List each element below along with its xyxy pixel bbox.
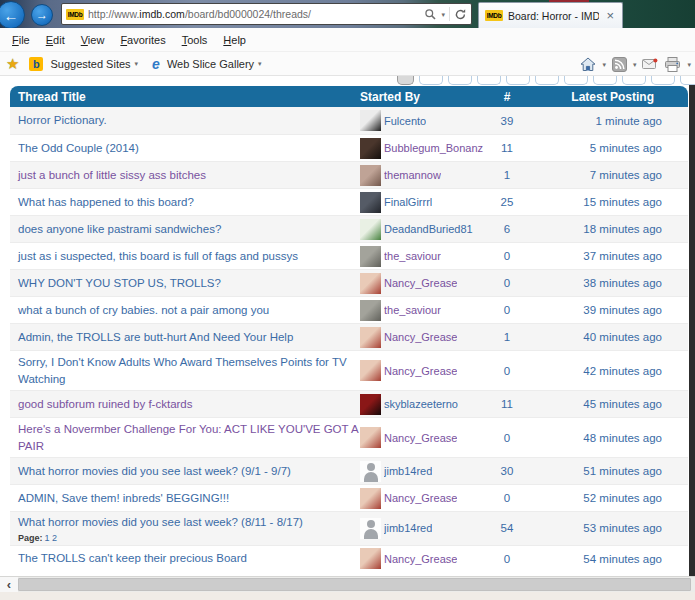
latest-posting[interactable]: 42 minutes ago (530, 365, 688, 377)
latest-posting[interactable]: 15 minutes ago (530, 196, 688, 208)
page-button[interactable] (680, 76, 695, 85)
avatar[interactable] (360, 548, 381, 569)
avatar[interactable] (360, 327, 381, 348)
latest-posting[interactable]: 38 minutes ago (530, 277, 688, 289)
avatar[interactable] (360, 461, 381, 482)
page-button[interactable] (506, 76, 530, 85)
latest-posting[interactable]: 18 minutes ago (530, 223, 688, 235)
web-slice-gallery-button[interactable]: Web Slice Gallery (167, 58, 254, 70)
avatar[interactable] (360, 138, 381, 159)
avatar[interactable] (360, 219, 381, 240)
rss-dropdown-caret[interactable]: ▾ (633, 61, 637, 68)
page-button[interactable] (593, 76, 617, 85)
menu-tools[interactable]: Tools (174, 31, 216, 49)
suggested-sites-caret[interactable]: ▾ (135, 60, 139, 67)
avatar[interactable] (360, 192, 381, 213)
thread-title-link[interactable]: just a bunch of little sissy ass bitches (18, 165, 360, 186)
starter-link[interactable]: jimb14red (384, 465, 432, 477)
avatar[interactable] (360, 165, 381, 186)
latest-posting[interactable]: 40 minutes ago (530, 331, 688, 343)
thread-title-link[interactable]: does anyone like pastrami sandwiches? (18, 219, 360, 240)
menu-edit[interactable]: Edit (38, 31, 73, 49)
page-button[interactable] (651, 76, 675, 85)
home-icon[interactable] (580, 57, 596, 72)
menu-help[interactable]: Help (215, 31, 254, 49)
home-dropdown-caret[interactable]: ▾ (602, 61, 606, 68)
starter-link[interactable]: jimb14red (384, 522, 432, 534)
thread-title-link[interactable]: Admin, the TROLLS are butt-hurt And Need… (18, 327, 360, 348)
menu-favorites[interactable]: Favorites (112, 31, 173, 49)
thread-title-link[interactable]: What horror movies did you see last week… (18, 512, 360, 533)
tab-close-icon[interactable]: × (604, 9, 616, 22)
starter-link[interactable]: Bubblegum_Bonanz (384, 142, 483, 154)
avatar[interactable] (360, 300, 381, 321)
latest-posting[interactable]: 54 minutes ago (530, 553, 688, 565)
avatar[interactable] (360, 360, 381, 381)
avatar[interactable] (360, 518, 381, 539)
thread-title-link[interactable]: WHY DON'T YOU STOP US, TROLLS? (18, 273, 360, 294)
avatar[interactable] (360, 427, 381, 448)
starter-link[interactable]: DeadandBuried81 (384, 223, 473, 235)
thread-title-link[interactable]: what a bunch of cry babies. not a pair a… (18, 300, 360, 321)
forward-button[interactable]: → (31, 4, 53, 26)
latest-posting[interactable]: 1 minute ago (530, 115, 688, 127)
latest-posting[interactable]: 53 minutes ago (530, 522, 688, 534)
starter-link[interactable]: Nancy_Grease (384, 553, 457, 565)
thread-title-link[interactable]: good subforum ruined by f-cktards (18, 394, 360, 415)
avatar[interactable] (360, 110, 381, 131)
page-button[interactable] (397, 76, 414, 85)
page-button[interactable] (419, 76, 443, 85)
page-button[interactable] (564, 76, 588, 85)
latest-posting[interactable]: 51 minutes ago (530, 465, 688, 477)
search-dropdown-caret[interactable]: ▾ (441, 11, 445, 18)
starter-link[interactable]: Nancy_Grease (384, 492, 457, 504)
page-links[interactable]: 1 2 (45, 533, 58, 543)
starter-link[interactable]: the_saviour (384, 250, 441, 262)
latest-posting[interactable]: 7 minutes ago (530, 169, 688, 181)
favorites-star-icon[interactable]: ★ (6, 55, 19, 73)
page-button[interactable] (477, 76, 501, 85)
refresh-icon[interactable] (454, 8, 467, 21)
browser-tab[interactable]: IMDb Board: Horror - IMDb × (478, 2, 623, 28)
page-button[interactable] (448, 76, 472, 85)
thread-title-link[interactable]: Here's a Novermber Challenge For You: AC… (18, 419, 360, 456)
scroll-left-button[interactable]: ‹ (0, 577, 18, 592)
search-icon[interactable] (424, 8, 437, 21)
starter-link[interactable]: skyblazeeterno (384, 398, 458, 410)
rss-feed-icon[interactable] (612, 57, 627, 72)
starter-link[interactable]: Nancy_Grease (384, 432, 457, 444)
page-button[interactable] (622, 76, 646, 85)
thread-title-link[interactable]: The Odd Couple (2014) (18, 138, 360, 159)
thread-title-link[interactable]: Horror Pictionary. (18, 110, 360, 131)
latest-posting[interactable]: 45 minutes ago (530, 398, 688, 410)
starter-link[interactable]: FinalGirrrl (384, 196, 432, 208)
suggested-sites-button[interactable]: Suggested Sites (50, 58, 130, 70)
starter-link[interactable]: Nancy_Grease (384, 277, 457, 289)
latest-posting[interactable]: 37 minutes ago (530, 250, 688, 262)
starter-link[interactable]: Nancy_Grease (384, 365, 457, 377)
avatar[interactable] (360, 246, 381, 267)
avatar[interactable] (360, 273, 381, 294)
starter-link[interactable]: Nancy_Grease (384, 331, 457, 343)
web-slice-caret[interactable]: ▾ (258, 60, 262, 67)
print-dropdown-caret[interactable]: ▾ (687, 61, 691, 68)
thread-title-link[interactable]: ADMIN, Save them! inbreds' BEGGING!!! (18, 488, 360, 509)
thread-title-link[interactable]: What has happened to this board? (18, 192, 360, 213)
thread-title-link[interactable]: The TROLLS can't keep their precious Boa… (18, 548, 360, 569)
url-text[interactable]: http://www.imdb.com/board/bd0000024/thre… (88, 8, 420, 20)
print-icon[interactable] (664, 57, 681, 72)
latest-posting[interactable]: 48 minutes ago (530, 432, 688, 444)
mail-icon[interactable] (642, 58, 658, 70)
avatar[interactable] (360, 488, 381, 509)
latest-posting[interactable]: 39 minutes ago (530, 304, 688, 316)
thread-title-link[interactable]: Sorry, I Don't Know Adults Who Award The… (18, 352, 360, 389)
thread-title-link[interactable]: What horror movies did you see last week… (18, 461, 360, 482)
scrollbar-thumb[interactable] (18, 578, 691, 591)
starter-link[interactable]: the_saviour (384, 304, 441, 316)
latest-posting[interactable]: 5 minutes ago (530, 142, 688, 154)
starter-link[interactable]: Fulcento (384, 115, 426, 127)
menu-file[interactable]: File (4, 31, 38, 49)
horizontal-scrollbar[interactable]: ‹ (0, 576, 695, 592)
address-bar[interactable]: IMDb http://www.imdb.com/board/bd0000024… (61, 3, 472, 25)
thread-title-link[interactable]: just as i suspected, this board is full … (18, 246, 360, 267)
